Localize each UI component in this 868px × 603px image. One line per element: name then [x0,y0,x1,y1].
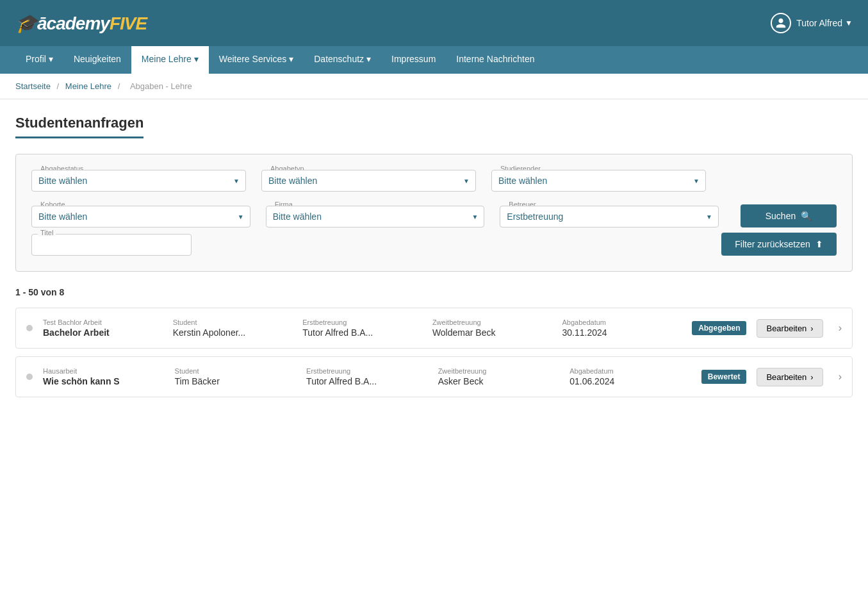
abgabedatum-label: Abgabedatum [569,367,691,375]
zweitbetreuung-label: Zweitbetreuung [438,367,560,375]
status-dot [26,325,33,331]
row-expand-icon[interactable]: › [839,371,842,383]
filter-abgabestatus-field: Abgabestatus Bitte wählen [31,170,246,192]
title-value: Wie schön kann S [43,376,165,386]
bearbeiten-label: Bearbeiten [766,324,807,333]
title-type-label: Hausarbeit [43,367,165,375]
nav-label-profil: Profil [26,54,46,64]
nav-item-weitere-services[interactable]: Weitere Services ▾ [209,46,304,74]
logo: 🎓ācademyFIVE [15,13,147,34]
user-name: Tutor Alfred [796,18,842,28]
filter-fields-row3: Titel [31,234,706,256]
search-button[interactable]: Suchen 🔍 [741,204,837,227]
nav-chevron-meine-lehre: ▾ [194,54,199,64]
nav-chevron-datenschutz: ▾ [366,54,371,64]
abgabedatum-value: 30.11.2024 [562,327,682,338]
result-col-zweitbetreuung: Zweitbetreuung Asker Beck [438,367,560,386]
filter-row-2: Kohorte Bitte wählen Firma Bitte wählen [31,204,837,227]
nav-label-interne-nachrichten: Interne Nachrichten [456,54,534,64]
filter-abgabetyp-field: Abgabetyp Bitte wählen [261,170,476,192]
filter-row-3: Titel Filter zurücksetzen ⬆ [31,233,837,256]
result-item: Hausarbeit Wie schön kann S Student Tim … [15,356,853,397]
filter-firma-field: Firma Bitte wählen [266,206,485,227]
search-icon: 🔍 [801,211,812,221]
bearbeiten-button[interactable]: Bearbeiten › [757,368,823,386]
result-col-title: Test Bachlor Arbeit Bachelor Arbeit [43,318,163,338]
zweitbetreuung-label: Zweitbetreuung [432,318,552,326]
filter-betreuer-wrapper: Erstbetreuung [500,206,719,227]
nav-label-impressum: Impressum [391,54,436,64]
filter-kohorte-field: Kohorte Bitte wählen [31,206,250,227]
filter-titel-input[interactable] [31,234,192,256]
bearbeiten-label: Bearbeiten [766,372,807,382]
nav-label-meine-lehre: Meine Lehre [142,54,192,64]
filter-studierender-select[interactable]: Bitte wählen [491,170,706,192]
filter-studierender-field: Studierender Bitte wählen [491,170,706,192]
logo-icon: 🎓 [15,13,37,33]
filter-abgabestatus-wrapper: Bitte wählen [31,170,246,192]
nav-item-meine-lehre[interactable]: Meine Lehre ▾ [131,46,209,74]
filter-reset-actions: Filter zurücksetzen ⬆ [721,233,837,256]
filter-betreuer-select[interactable]: Erstbetreuung [500,206,719,227]
nav-item-profil[interactable]: Profil ▾ [15,46,63,74]
result-col-title: Hausarbeit Wie schön kann S [43,367,165,386]
abgabedatum-value: 01.06.2024 [569,376,691,386]
breadcrumb-startseite[interactable]: Startseite [15,81,51,91]
nav-item-interne-nachrichten[interactable]: Interne Nachrichten [446,46,545,74]
results-list: Test Bachlor Arbeit Bachelor Arbeit Stud… [15,308,853,397]
reset-button[interactable]: Filter zurücksetzen ⬆ [721,233,837,256]
nav-chevron-profil: ▾ [49,54,53,64]
breadcrumb-meine-lehre[interactable]: Meine Lehre [65,81,111,91]
main-content: Studentenanfragen Abgabestatus Bitte wäh… [0,99,868,420]
nav-label-datenschutz: Datenschutz [314,54,364,64]
student-label: Student [173,318,293,326]
filter-abgabetyp-wrapper: Bitte wählen [261,170,476,192]
title-value: Bachelor Arbeit [43,327,163,338]
nav-label-neuigkeiten: Neuigkeiten [74,54,121,64]
spacer [207,234,706,256]
status-badge: Abgegeben [692,321,746,335]
nav-chevron-weitere-services: ▾ [289,54,293,64]
filter-box: Abgabestatus Bitte wählen Abgabetyp Bitt… [15,154,853,272]
breadcrumb-current: Abgaben - Lehre [130,81,192,91]
erstbetreuung-label: Erstbetreuung [306,367,428,375]
results-summary: 1 - 50 von 8 [15,287,853,297]
bearbeiten-button[interactable]: Bearbeiten › [757,319,823,338]
row-expand-icon[interactable]: › [839,322,842,334]
page-title: Studentenanfragen [15,115,143,138]
result-col-abgabedatum: Abgabedatum 30.11.2024 [562,318,682,338]
user-avatar-icon [771,13,791,33]
filter-abgabetyp-select[interactable]: Bitte wählen [261,170,476,192]
student-value: Tim Bäcker [175,376,297,386]
filter-kohorte-select[interactable]: Bitte wählen [31,206,250,227]
nav-item-datenschutz[interactable]: Datenschutz ▾ [304,46,381,74]
zweitbetreuung-value: Asker Beck [438,376,560,386]
zweitbetreuung-value: Woldemar Beck [432,327,552,338]
breadcrumb: Startseite / Meine Lehre / Abgaben - Leh… [0,74,868,99]
erstbetreuung-label: Erstbetreuung [302,318,422,326]
nav-item-impressum[interactable]: Impressum [381,46,446,74]
filter-kohorte-wrapper: Bitte wählen [31,206,250,227]
search-button-label: Suchen [766,211,796,221]
student-value: Kerstin Apoloner... [173,327,293,338]
filter-abgabestatus-select[interactable]: Bitte wählen [31,170,246,192]
chevron-right-icon: › [810,372,813,382]
upload-icon: ⬆ [815,239,823,249]
result-col-zweitbetreuung: Zweitbetreuung Woldemar Beck [432,318,552,338]
result-col-abgabedatum: Abgabedatum 01.06.2024 [569,367,691,386]
filter-studierender-wrapper: Bitte wählen [491,170,706,192]
chevron-right-icon: › [810,324,813,333]
filter-firma-wrapper: Bitte wählen [266,206,485,227]
filter-actions-2: Suchen 🔍 [734,204,837,227]
user-menu[interactable]: Tutor Alfred ▼ [771,13,853,33]
nav-item-neuigkeiten[interactable]: Neuigkeiten [63,46,131,74]
status-dot [26,374,33,380]
filter-fields-row2: Kohorte Bitte wählen Firma Bitte wählen [31,206,719,227]
filter-firma-select[interactable]: Bitte wählen [266,206,485,227]
filter-row-1: Abgabestatus Bitte wählen Abgabetyp Bitt… [31,170,837,192]
top-header: 🎓ācademyFIVE Tutor Alfred ▼ [0,0,868,46]
result-col-erstbetreuung: Erstbetreuung Tutor Alfred B.A... [302,318,422,338]
filter-betreuer-field: Betreuer Erstbetreuung [500,206,719,227]
result-item: Test Bachlor Arbeit Bachelor Arbeit Stud… [15,308,853,349]
abgabedatum-label: Abgabedatum [562,318,682,326]
